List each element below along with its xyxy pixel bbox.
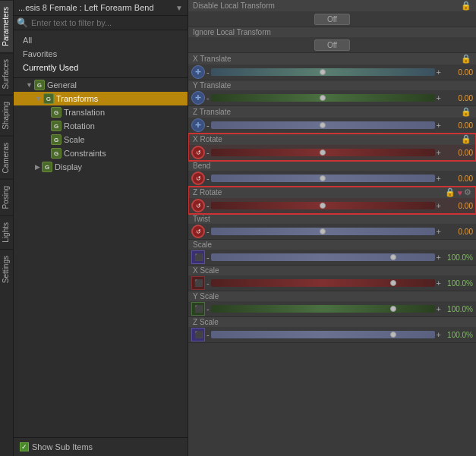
vtab-lights[interactable]: Lights xyxy=(0,215,13,249)
vtab-parameters[interactable]: Parameters xyxy=(0,0,13,52)
y-scale-control: ⬛ - + 100.0% xyxy=(188,301,476,316)
dropdown-arrow-icon[interactable]: ▼ xyxy=(175,4,183,12)
scale-icon: ⬛ xyxy=(191,250,205,264)
x-scale-dot xyxy=(390,280,396,286)
y-scale-dot xyxy=(390,306,396,312)
z-translate-value: 0.00 xyxy=(443,121,473,130)
bend-plus[interactable]: + xyxy=(435,174,443,183)
tree-item-translation[interactable]: ▶ G Translation xyxy=(14,105,188,119)
z-rotate-slider[interactable] xyxy=(211,202,435,209)
y-scale-slider[interactable] xyxy=(211,305,435,313)
filter-input[interactable] xyxy=(31,18,184,27)
y-translate-plus[interactable]: + xyxy=(435,93,443,102)
tree-icon-display: G xyxy=(42,162,52,172)
bend-row: Bend ↺ - + 0.00 xyxy=(188,161,476,187)
z-scale-icon: ⬛ xyxy=(191,328,205,341)
x-translate-plus[interactable]: + xyxy=(435,68,443,77)
vtab-shaping[interactable]: Shaping xyxy=(0,95,13,136)
tree-label-rotation: Rotation xyxy=(64,121,95,131)
y-translate-row: Y Translate ✛ - + 0.00 xyxy=(188,80,476,106)
z-rotate-minus[interactable]: - xyxy=(205,201,211,210)
tree-item-display[interactable]: ▶ G Display xyxy=(14,160,188,174)
z-rotate-dot xyxy=(320,203,326,209)
vtab-cameras[interactable]: Cameras xyxy=(0,136,13,180)
x-translate-slider[interactable] xyxy=(211,68,435,76)
y-translate-icon: ✛ xyxy=(191,91,205,105)
bend-value: 0.00 xyxy=(443,175,473,183)
x-rotate-minus[interactable]: - xyxy=(205,148,211,157)
z-translate-minus[interactable]: - xyxy=(205,121,211,130)
twist-slider[interactable] xyxy=(211,228,435,235)
z-scale-slider[interactable] xyxy=(211,331,435,338)
y-translate-minus[interactable]: - xyxy=(205,93,211,102)
z-rotate-value: 0.00 xyxy=(443,202,473,210)
y-scale-plus[interactable]: + xyxy=(435,304,443,313)
lock-z-rotate-icon: 🔒 xyxy=(445,187,456,197)
z-rotate-icons: 🔒 ♥ ⚙ xyxy=(445,187,471,197)
scale-dot xyxy=(390,254,396,260)
x-scale-row: X Scale ⬛ - + 100.0% xyxy=(188,266,476,291)
x-scale-slider[interactable] xyxy=(211,279,435,287)
disable-local-transform-control: Off xyxy=(188,11,476,27)
scale-slider[interactable] xyxy=(211,253,435,261)
tree-item-constraints[interactable]: ▶ G Constraints xyxy=(14,146,188,160)
tree-item-rotation[interactable]: ▶ G Rotation xyxy=(14,119,188,133)
z-translate-slider[interactable] xyxy=(211,121,435,129)
z-scale-minus[interactable]: - xyxy=(205,330,211,339)
z-rotate-control: ↺ - + 0.00 xyxy=(188,198,476,213)
tree-icon-rotation: G xyxy=(51,121,61,131)
x-rotate-label: X Rotate xyxy=(193,135,222,143)
twist-dot xyxy=(320,228,326,234)
vtab-settings[interactable]: Settings xyxy=(0,249,13,289)
twist-minus[interactable]: - xyxy=(205,227,211,236)
tree-label-display: Display xyxy=(55,162,82,171)
y-scale-minus[interactable]: - xyxy=(205,304,211,313)
bend-slider[interactable] xyxy=(211,175,435,182)
y-translate-value: 0.00 xyxy=(443,94,473,102)
ignore-local-transform-btn[interactable]: Off xyxy=(314,39,350,51)
tree-icon-general: G xyxy=(34,80,45,90)
x-rotate-plus[interactable]: + xyxy=(435,148,443,157)
tree-item-general[interactable]: ▼ G General xyxy=(14,78,188,92)
sidebar-title: ...esis 8 Female : Left Forearm Bend xyxy=(18,3,175,12)
twist-control: ↺ - + 0.00 xyxy=(188,224,476,239)
y-translate-slider[interactable] xyxy=(211,94,435,102)
nav-all[interactable]: All xyxy=(14,33,188,47)
ignore-local-transform-label-row: Ignore Local Transform xyxy=(188,27,476,37)
main-panel: Disable Local Transform 🔒 Off Ignore Loc… xyxy=(188,0,476,456)
y-scale-row: Y Scale ⬛ - + 100.0% xyxy=(188,291,476,317)
x-translate-minus[interactable]: - xyxy=(205,68,211,77)
x-scale-minus[interactable]: - xyxy=(205,278,211,288)
twist-plus[interactable]: + xyxy=(435,227,443,236)
x-rotate-row: X Rotate 🔒 ↺ - + 0.00 xyxy=(188,134,476,161)
z-rotate-plus[interactable]: + xyxy=(435,201,443,210)
x-translate-label: X Translate xyxy=(193,55,232,63)
z-rotate-icon: ↺ xyxy=(191,199,205,212)
z-translate-label-row: Z Translate 🔒 xyxy=(188,106,476,118)
tree-section: ▼ G General ▼ G Transforms ▶ G Translati… xyxy=(14,78,188,437)
z-scale-dot xyxy=(390,332,396,338)
x-rotate-slider[interactable] xyxy=(211,149,435,156)
show-sub-items-checkbox[interactable]: ✓ Show Sub Items xyxy=(20,442,93,451)
nav-currently-used[interactable]: Currently Used xyxy=(14,61,188,74)
vtab-posing[interactable]: Posing xyxy=(0,179,13,215)
z-translate-plus[interactable]: + xyxy=(435,121,443,130)
tree-icon-transforms: G xyxy=(43,93,54,104)
x-scale-plus[interactable]: + xyxy=(435,278,443,288)
z-scale-plus[interactable]: + xyxy=(435,330,443,339)
tree-item-scale[interactable]: ▶ G Scale xyxy=(14,133,188,146)
checkbox-icon: ✓ xyxy=(20,442,29,451)
disable-local-transform-btn[interactable]: Off xyxy=(314,14,350,25)
scale-plus[interactable]: + xyxy=(435,253,443,262)
scale-value: 100.0% xyxy=(443,253,473,262)
x-rotate-icon: ↺ xyxy=(191,146,205,159)
bend-minus[interactable]: - xyxy=(205,174,211,183)
bend-label: Bend xyxy=(193,162,210,170)
tree-item-transforms[interactable]: ▼ G Transforms xyxy=(14,92,188,105)
scale-minus[interactable]: - xyxy=(205,253,211,262)
nav-favorites[interactable]: Favorites xyxy=(14,47,188,61)
bend-control: ↺ - + 0.00 xyxy=(188,171,476,186)
vtab-surfaces[interactable]: Surfaces xyxy=(0,52,13,95)
z-translate-icon: ✛ xyxy=(191,118,205,132)
z-rotate-row: Z Rotate 🔒 ♥ ⚙ ↺ - + 0.00 xyxy=(188,187,476,214)
